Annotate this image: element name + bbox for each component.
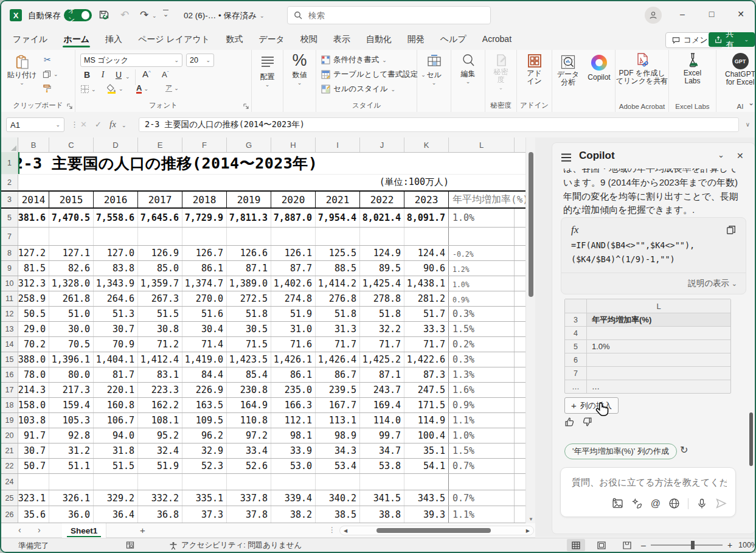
cell-E12[interactable]: 51.5 [138,307,182,321]
share-button[interactable]: 共有 ⌄ [709,32,755,47]
panel-collapse-icon[interactable]: ⌄ [718,150,724,159]
collapse-ribbon-icon[interactable]: ⌄ [748,99,754,107]
cell-B5[interactable]: 381.6 [18,209,49,227]
cell-F14[interactable]: 71.4 [182,337,227,352]
cell-C25[interactable]: 326.1 [49,490,94,506]
cell-B3[interactable]: 2014 [18,192,49,207]
normal-view-button[interactable] [567,539,585,551]
show-explanation-button[interactable]: 説明の表示 ⌄ [561,273,746,294]
redo-icon[interactable]: ↷ [140,9,148,21]
cell-F3[interactable]: 2018 [182,192,227,207]
cell-K19[interactable]: 114.9 [404,413,449,428]
row-header-17[interactable]: 17 [1,383,18,397]
excel-app-icon[interactable]: X [10,9,22,21]
column-header-G[interactable]: G [227,137,271,152]
cell-K5[interactable]: 8,091.7 [404,209,449,227]
thumbs-down-icon[interactable] [582,417,592,427]
copy-formula-icon[interactable] [726,225,736,235]
cell-B25[interactable]: 323.1 [18,490,49,506]
autosave-toggle[interactable]: オン [64,9,92,21]
row-header-10[interactable]: 10 [1,276,18,291]
cell-B8[interactable]: 127.2 [18,246,49,260]
suggestion-chip[interactable]: '年平均増加率(%)' 列の作成 [564,443,677,459]
cell-D7[interactable] [94,228,138,245]
cell-I17[interactable]: 239.5 [316,383,360,397]
row-header-22[interactable]: 22 [1,459,18,473]
zoom-in-icon[interactable]: + [727,540,732,550]
cell-I18[interactable]: 167.7 [316,398,360,412]
cell-G13[interactable]: 30.5 [227,322,271,336]
cell-C18[interactable]: 159.4 [49,398,94,412]
row-header-13[interactable]: 13 [1,322,18,336]
cell-D18[interactable]: 160.8 [94,398,138,412]
panel-scrollbar-thumb[interactable] [749,412,753,466]
tab-view[interactable]: 表示 [325,29,358,49]
cell-J15[interactable]: 1,425.2 [360,352,404,367]
vertical-scrollbar[interactable]: ▼ [525,137,535,523]
cell-K8[interactable]: 124.4 [404,246,449,260]
cell-H14[interactable]: 71.6 [271,337,316,352]
cell-I5[interactable]: 7,954.4 [316,209,360,227]
cell-C3[interactable]: 2015 [49,192,94,207]
cell-E25[interactable]: 332.2 [138,490,182,506]
cell-G24[interactable] [227,474,271,490]
maximize-button[interactable]: □ [699,5,724,23]
chatgpt-button[interactable]: GPT ChatGPT for Excel [716,50,756,86]
cell-G8[interactable]: 126.6 [227,246,271,260]
cell-L26[interactable]: 1.1% [449,506,515,523]
cell-C8[interactable]: 127.1 [49,246,94,260]
font-dialog-launcher-icon[interactable] [243,103,249,110]
cell-C9[interactable]: 82.6 [49,261,94,276]
cell-G22[interactable]: 52.6 [227,459,271,473]
cell-B18[interactable]: 158.0 [18,398,49,412]
row-header-1[interactable]: 1 [1,152,18,174]
row-header-9[interactable]: 9 [1,261,18,276]
cell-L14[interactable]: 0.2% [449,337,515,352]
cell-H8[interactable]: 126.1 [271,246,316,260]
cell-B7[interactable] [18,228,49,245]
cell-K9[interactable]: 90.6 [404,261,449,276]
fx-chevron-icon[interactable]: ⌄ [122,123,127,128]
cell-G15[interactable]: 1,423.5 [227,352,271,367]
cell-F13[interactable]: 30.4 [182,322,227,336]
cell-C16[interactable]: 80.0 [49,367,94,382]
cell-G14[interactable]: 71.5 [227,337,271,352]
row-header-15[interactable]: 15 [1,352,18,367]
cell-C11[interactable]: 261.8 [49,291,94,306]
row-header-7[interactable]: 7 [1,228,18,245]
row-header-8[interactable]: 8 [1,246,18,260]
cell-F19[interactable]: 109.5 [182,413,227,428]
cell-J3[interactable]: 2022 [360,192,404,207]
cell-F11[interactable]: 270.0 [182,291,227,306]
cell-B16[interactable]: 78.0 [18,367,49,382]
cell-C20[interactable]: 92.8 [49,428,94,443]
cell-D14[interactable]: 70.9 [94,337,138,352]
tab-developer[interactable]: 開発 [400,29,432,49]
cell-I9[interactable]: 88.5 [316,261,360,276]
cell-J18[interactable]: 169.4 [360,398,404,412]
minimize-button[interactable]: – [670,5,695,23]
page-layout-view-button[interactable] [592,539,611,551]
cell-L24[interactable] [449,474,515,490]
cell-D26[interactable]: 36.4 [94,506,138,523]
cell-D13[interactable]: 30.7 [94,322,138,336]
tab-help[interactable]: ヘルプ [432,29,474,49]
cell-H26[interactable]: 38.2 [271,506,316,523]
cell-C7[interactable] [49,228,94,245]
cell-E15[interactable]: 1,412.4 [138,352,182,367]
cell-unit-note[interactable]: (単位:100万人) [305,175,449,190]
cell-K7[interactable] [404,228,449,245]
insert-function-icon[interactable]: fx [109,119,116,130]
enter-icon[interactable]: ✓ [95,120,102,129]
fill-color-button[interactable]: ⌄ [107,83,123,94]
add-image-icon[interactable] [612,498,623,509]
cell-K20[interactable]: 100.4 [404,428,449,443]
sheet-nav-right-icon[interactable]: › [38,525,41,535]
cell-B21[interactable]: 30.7 [18,443,49,458]
font-size-select[interactable]: 20⌄ [186,54,214,67]
tab-page-layout[interactable]: ページ レイアウト [130,29,218,49]
cell-J20[interactable]: 99.7 [360,428,404,443]
cell-K16[interactable]: 87.3 [404,367,449,382]
underline-button[interactable]: U [113,70,124,80]
cell-C15[interactable]: 1,396.1 [49,352,94,367]
